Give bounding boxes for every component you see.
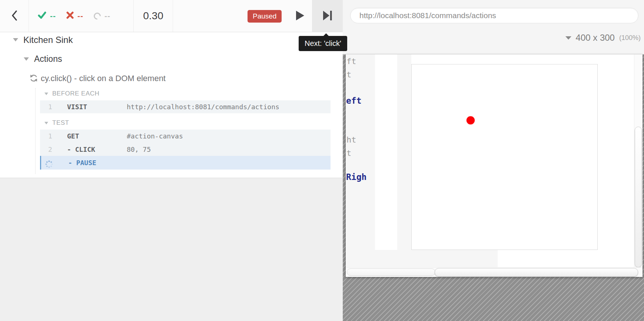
- pause-spinner-icon: [45, 159, 53, 173]
- command-name: GET: [67, 130, 79, 143]
- test-stats: -- -- --: [29, 0, 134, 32]
- pending-count: --: [104, 11, 110, 20]
- command-number: 1: [48, 130, 52, 143]
- collapse-caret-suite[interactable]: [24, 57, 29, 61]
- hook-label-before-each: BEFORE EACH: [52, 90, 99, 97]
- action-canvas[interactable]: [411, 64, 598, 250]
- chevron-down-icon: [565, 36, 571, 40]
- passed-count: --: [50, 11, 56, 20]
- command-log: Kitchen Sink Actions cy.click() - click …: [0, 32, 343, 178]
- collapse-caret-root-suite[interactable]: [13, 38, 18, 41]
- cypress-test-runner: -- -- -- 0.30 Paused: [0, 0, 644, 321]
- pending-circle-icon: [92, 11, 102, 21]
- horizontal-scrollbar-segment[interactable]: [347, 268, 435, 276]
- clipped-text: ft: [346, 57, 356, 66]
- x-icon: [66, 11, 74, 20]
- viewport-selector[interactable]: 400 x 300 (100%): [565, 32, 641, 44]
- hook-label-test: TEST: [52, 119, 69, 127]
- command-row-get[interactable]: 1 GET #action-canvas: [40, 130, 331, 143]
- failed-count: --: [77, 11, 83, 20]
- hook-indent-line: [35, 88, 36, 174]
- test-duration: 0.30: [134, 0, 173, 32]
- suite-kitchen-sink[interactable]: Kitchen Sink: [23, 35, 73, 45]
- command-row-visit[interactable]: 1 VISIT http://localhost:8081/commands/a…: [40, 100, 331, 113]
- test-title[interactable]: cy.click() - click on a DOM element: [41, 74, 166, 83]
- clipped-text: t: [346, 70, 351, 79]
- vertical-scrollbar-thumb[interactable]: [635, 127, 642, 267]
- clipped-code-text: Righ: [346, 172, 366, 182]
- command-name: - CLICK: [67, 143, 95, 156]
- horizontal-scrollbar-thumb[interactable]: [435, 268, 638, 277]
- command-number: 1: [48, 100, 52, 113]
- play-icon: [296, 11, 304, 21]
- aut-header: http://localhost:8081/commands/actions 4…: [343, 0, 644, 54]
- aut-iframe: ft t eft ht t Righ: [346, 54, 643, 277]
- next-step-tooltip: Next: 'click': [299, 36, 347, 51]
- reporter-toolbar: -- -- -- 0.30 Paused: [0, 0, 343, 32]
- stat-failed: --: [66, 11, 83, 20]
- resume-button[interactable]: [290, 0, 311, 32]
- suite-actions[interactable]: Actions: [34, 54, 62, 64]
- step-forward-icon: [323, 11, 332, 21]
- command-number: 2: [48, 143, 52, 156]
- clipped-text: ht: [346, 135, 356, 144]
- runner-panel: http://localhost:8081/commands/actions 4…: [343, 0, 644, 321]
- page-code-column-2: [397, 54, 411, 250]
- clipped-text: t: [346, 148, 351, 158]
- command-name: VISIT: [67, 100, 87, 113]
- url-address-bar[interactable]: http://localhost:8081/commands/actions: [350, 8, 638, 23]
- clipped-code-text: eft: [346, 96, 362, 106]
- viewport-scale: (100%): [619, 34, 641, 42]
- stat-passed: --: [38, 11, 56, 21]
- viewport-size: 400 x 300: [576, 33, 615, 43]
- reporter-panel: -- -- -- 0.30 Paused: [0, 0, 343, 321]
- stat-pending: --: [94, 11, 110, 20]
- chevron-left-icon: [11, 10, 18, 22]
- next-step-button[interactable]: [312, 0, 343, 32]
- test-running-icon: [30, 74, 38, 84]
- click-dot: [467, 116, 475, 124]
- page-block: [346, 250, 498, 267]
- collapse-caret-test[interactable]: [44, 122, 48, 124]
- command-row-pause[interactable]: - PAUSE: [40, 156, 331, 170]
- command-message: http://localhost:8081/commands/actions: [127, 100, 279, 113]
- command-name: - PAUSE: [68, 156, 96, 170]
- command-row-click[interactable]: 2 - CLICK 80, 75: [40, 143, 331, 156]
- check-icon: [38, 11, 46, 21]
- collapse-caret-before-each[interactable]: [44, 93, 48, 95]
- command-message: 80, 75: [127, 143, 151, 156]
- command-message: #action-canvas: [127, 130, 183, 143]
- paused-badge: Paused: [248, 10, 282, 23]
- back-button[interactable]: [0, 0, 29, 32]
